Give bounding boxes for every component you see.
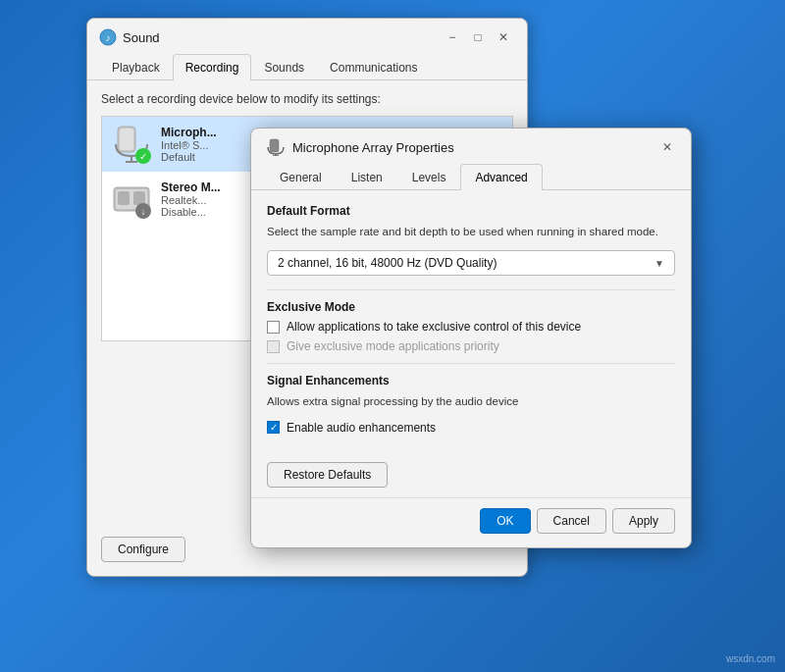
microphone-icon-container: ✓ <box>112 125 151 164</box>
svg-text:♪: ♪ <box>106 32 111 43</box>
apply-button[interactable]: Apply <box>612 508 675 534</box>
tab-recording[interactable]: Recording <box>173 54 252 80</box>
configure-button[interactable]: Configure <box>101 537 185 562</box>
enable-enhancements-label: Enable audio enhancements <box>287 421 436 435</box>
dropdown-arrow-icon: ▼ <box>654 258 664 269</box>
sound-dialog-title: Sound <box>123 30 160 45</box>
enable-enhancements-checkbox[interactable]: ✓ <box>267 421 280 434</box>
props-tab-levels[interactable]: Levels <box>397 164 461 190</box>
watermark: wsxdn.com <box>726 653 775 664</box>
props-body: Default Format Select the sample rate an… <box>251 190 691 450</box>
sound-titlebar: ♪ Sound − □ ✕ <box>87 19 527 54</box>
section-divider-2 <box>267 363 675 364</box>
sound-tabs: Playback Recording Sounds Communications <box>87 54 527 80</box>
props-footer-strip: Restore Defaults <box>251 450 691 497</box>
props-dialog: Microphone Array Properties ✕ General Li… <box>250 128 692 548</box>
microphone-status-badge: ✓ <box>135 148 151 164</box>
sound-close-button[interactable]: ✕ <box>492 26 515 48</box>
enable-enhancements-row[interactable]: ✓ Enable audio enhancements <box>267 421 675 435</box>
ok-button[interactable]: OK <box>480 508 530 534</box>
props-titlebar-controls: ✕ <box>655 136 679 158</box>
stereo-icon-container: ↓ <box>112 180 151 219</box>
svg-rect-8 <box>118 191 130 205</box>
sound-titlebar-controls: − □ ✕ <box>441 26 515 48</box>
stereo-status-badge: ↓ <box>135 203 151 219</box>
cancel-button[interactable]: Cancel <box>537 508 606 534</box>
tab-communications[interactable]: Communications <box>317 54 430 80</box>
tab-sounds[interactable]: Sounds <box>251 54 317 80</box>
exclusive-priority-checkbox <box>267 340 280 353</box>
props-tab-general[interactable]: General <box>265 164 337 190</box>
props-mic-icon <box>267 138 285 156</box>
props-dialog-title: Microphone Array Properties <box>292 140 454 155</box>
section-divider-1 <box>267 289 675 290</box>
exclusive-control-label: Allow applications to take exclusive con… <box>287 320 581 334</box>
sound-title-left: ♪ Sound <box>99 28 160 46</box>
sound-dialog-footer: Configure <box>101 537 185 562</box>
default-format-title: Default Format <box>267 204 675 218</box>
exclusive-priority-label: Give exclusive mode applications priorit… <box>287 339 499 353</box>
sound-minimize-button[interactable]: − <box>441 26 464 48</box>
tab-playback[interactable]: Playback <box>99 54 173 80</box>
signal-enhancements-desc: Allows extra signal processing by the au… <box>267 393 675 410</box>
default-format-desc: Select the sample rate and bit depth to … <box>267 224 675 240</box>
exclusive-control-row[interactable]: Allow applications to take exclusive con… <box>267 320 675 334</box>
props-title-left: Microphone Array Properties <box>267 138 454 156</box>
props-action-buttons: OK Cancel Apply <box>251 497 691 547</box>
props-tabs: General Listen Levels Advanced <box>251 164 691 190</box>
recording-description: Select a recording device below to modif… <box>101 92 513 106</box>
props-close-button[interactable]: ✕ <box>655 136 679 158</box>
default-format-value: 2 channel, 16 bit, 48000 Hz (DVD Quality… <box>278 256 497 270</box>
default-format-dropdown[interactable]: 2 channel, 16 bit, 48000 Hz (DVD Quality… <box>267 250 675 276</box>
props-titlebar: Microphone Array Properties ✕ <box>251 129 691 164</box>
restore-defaults-button[interactable]: Restore Defaults <box>267 462 388 488</box>
sound-maximize-button[interactable]: □ <box>466 26 490 48</box>
signal-enhancements-title: Signal Enhancements <box>267 374 675 388</box>
svg-rect-3 <box>120 129 133 150</box>
sound-app-icon: ♪ <box>99 28 117 46</box>
props-tab-listen[interactable]: Listen <box>337 164 397 190</box>
props-tab-advanced[interactable]: Advanced <box>460 164 542 190</box>
exclusive-priority-row: Give exclusive mode applications priorit… <box>267 339 675 353</box>
exclusive-mode-title: Exclusive Mode <box>267 300 675 314</box>
exclusive-control-checkbox[interactable] <box>267 321 280 334</box>
svg-rect-10 <box>270 139 279 152</box>
